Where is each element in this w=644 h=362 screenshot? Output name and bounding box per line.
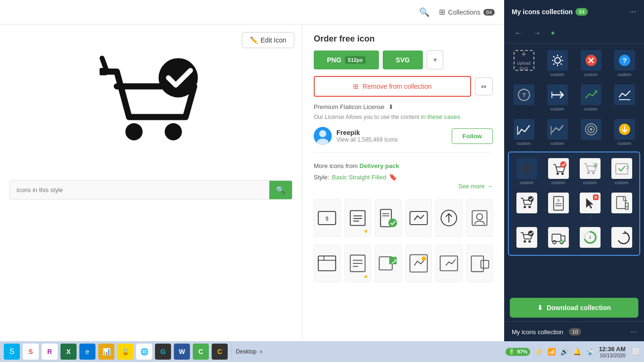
show-desktop-icon[interactable]: ⬜ [632,348,640,355]
sidebar-icon-gear[interactable]: custom [541,47,573,80]
svg-text:i: i [589,235,590,240]
notification-icon[interactable]: 🔔 [573,348,581,355]
author-info: Freepik View all 1,585,469 Icons [314,127,398,145]
svg-point-71 [528,240,531,243]
svg-point-70 [524,240,526,243]
taskbar-chrome[interactable]: 🌐 [136,344,152,360]
edit-icon-button[interactable]: ✏️ Edit Icon [242,32,294,48]
icon-thumb-2[interactable]: ★ [344,199,371,237]
hl-doc-check[interactable] [607,190,636,222]
svg-point-17 [388,219,397,227]
taskbar-c-dark[interactable]: C [212,344,228,360]
taskbar-skype[interactable]: S [4,344,20,360]
svg-point-4 [158,58,197,97]
download-png-button[interactable]: PNG 512px [314,51,379,69]
speaker-icon[interactable]: 🔊 [560,348,568,355]
sidebar-icon-6[interactable]: custom [541,116,573,149]
sidebar-icon-question2[interactable]: ? [508,82,540,114]
secondary-info-1: My icons collection 10 [512,328,581,336]
secondary-more-1[interactable]: ··· [630,328,636,336]
svg-rect-20 [472,210,487,225]
taskbar-excel[interactable]: X [60,344,77,360]
hl-cursor[interactable]: ··· [575,190,605,222]
icon-thumb-10[interactable] [405,244,432,282]
follow-button[interactable]: Follow [452,128,493,144]
svg-point-58 [592,172,594,174]
license-link[interactable]: in these cases [421,113,460,120]
icon-preview-panel: ✏️ Edit Icon 🔍 [0,25,302,341]
see-more-link[interactable]: See more → [458,183,493,190]
svg-point-6 [319,130,326,137]
style-link[interactable]: Basic Straight Filled [332,174,386,181]
icon-thumb-9[interactable] [375,244,402,282]
download-collection-button[interactable]: ⬇ Download collection [510,298,638,318]
hl-invoice[interactable]: $ [543,190,573,222]
sidebar-icon-trending[interactable]: custom [575,82,607,114]
icon-thumb-8[interactable]: ★ [344,244,371,282]
secondary-badge-1: 10 [569,328,581,336]
hl-cart3[interactable] [512,224,541,252]
hl-check-arrow[interactable]: custom [607,155,636,188]
author-name: Freepik [336,129,398,136]
icon-thumb-12[interactable] [466,244,493,282]
svg-rect-18 [410,211,427,225]
svg-rect-34 [471,256,483,271]
download-buttons-row: PNG 512px SVG + [314,51,493,69]
sidebar-icon-4[interactable] [609,82,640,114]
remove-label: Remove from collection [362,83,431,90]
download-svg-button[interactable]: SVG [383,51,423,69]
more-options-button[interactable]: + [427,51,443,69]
sidebar-more-icon[interactable]: ··· [629,7,636,17]
taskbar-desktop-label[interactable]: Desktop [236,348,257,355]
sidebar-icon-5[interactable]: custom [508,116,540,149]
taskbar-corel[interactable]: G [155,344,171,360]
icon-thumb-7[interactable] [314,244,341,282]
hl-cart-check2[interactable] [512,190,541,222]
remove-from-collection-button[interactable]: ⊞ Remove from collection [314,76,471,97]
icon-thumb-4[interactable] [405,199,432,237]
svg-text:$: $ [558,199,559,202]
taskbar-ie[interactable]: e [79,344,95,360]
sidebar-upload-item[interactable]: + Upload SVG [508,47,540,80]
sidebar-forward-button[interactable]: → [531,27,544,39]
bookmark-icon[interactable]: 🔖 [389,173,397,181]
hl-target[interactable]: custom [512,155,541,188]
search-icon[interactable]: 🔍 [419,7,429,17]
sidebar-icon-target[interactable] [575,116,607,149]
icon-thumb-6[interactable] [466,199,493,237]
svg-rect-22 [318,256,336,270]
taskbar-superoffice[interactable]: S [23,344,39,360]
taskbar-word-r[interactable]: R [42,344,58,360]
taskbar-security[interactable]: 🔒 [117,344,133,360]
icon-thumb-11[interactable] [436,244,463,282]
taskbar-c-green[interactable]: C [193,344,209,360]
hl-delivery[interactable] [543,224,573,252]
hl-cart2[interactable]: custom [575,155,605,188]
hl-refresh[interactable] [607,224,636,252]
wifi-icon[interactable]: 📡 [586,348,594,355]
icon-thumb-1[interactable]: $ [314,199,341,237]
delivery-pack-link[interactable]: Delivery pack [360,162,399,169]
sidebar-icon-close[interactable]: custom [575,47,607,80]
sidebar-icon-question[interactable]: ? custom [609,47,640,80]
sidebar-icon-arrow[interactable]: custom [541,82,573,114]
hl-circle-progress[interactable]: i [575,224,605,252]
style-search-button[interactable]: 🔍 [269,181,292,199]
sidebar-back-button[interactable]: ← [512,27,525,39]
sidebar-scroll-area[interactable]: + Upload SVG custom custom ? [504,43,644,294]
battery-pct: 97% [517,349,527,354]
style-search-bar[interactable]: 🔍 [9,180,292,200]
sidebar-icon-download2[interactable]: custom [609,116,640,149]
collections-nav[interactable]: ⊞ Collections 84 [439,8,495,17]
icon-thumb-3[interactable] [375,199,402,237]
more-icons-text: More icons from [314,162,360,169]
hl-cart-check[interactable]: custom [543,155,573,188]
upload-box[interactable]: + Upload SVG [514,50,534,71]
taskbar-word[interactable]: W [174,344,190,360]
svg-point-3 [164,123,181,140]
taskbar-chart[interactable]: 📊 [98,344,114,360]
share-button[interactable]: ⇔ [475,77,493,95]
style-search-input[interactable] [10,182,269,198]
icon-thumb-5[interactable] [436,199,463,237]
taskbar-more-apps[interactable]: » [259,348,263,355]
